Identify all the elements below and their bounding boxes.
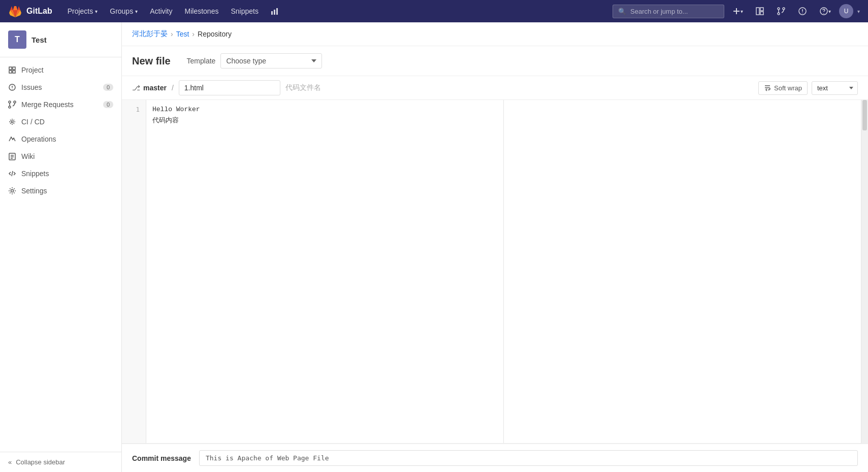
editor-area: 1 Hello Worker 代码内容 [122,100,868,444]
search-input[interactable] [630,8,719,15]
sidebar-item-issues[interactable]: Issues 0 [0,79,121,96]
svg-point-21 [11,190,14,192]
sidebar-nav: Project Issues 0 Merge Requests 0 CI / C… [0,57,121,452]
svg-rect-14 [13,71,15,73]
issues-icon [8,83,16,91]
line-number-1: 1 [122,104,146,115]
project-icon [8,66,16,74]
path-slash: / [172,84,174,92]
user-avatar[interactable]: U [839,4,853,18]
sidebar-item-settings[interactable]: Settings [0,182,121,199]
merge-icon [8,100,16,109]
collapse-icon: « [8,458,12,466]
page-title: New file [132,55,171,67]
topnav-snippets[interactable]: Snippets [226,4,263,18]
topnav-groups[interactable]: Groups ▾ [105,4,143,18]
type-select[interactable]: text html javascript css [812,81,858,95]
svg-point-17 [14,101,16,103]
branch-name: master [143,84,167,92]
svg-point-7 [783,8,785,10]
code-editor[interactable]: Hello Worker 代码内容 [146,100,247,130]
gitlab-logo-text: GitLab [26,7,52,16]
sidebar-item-wiki[interactable]: Wiki [0,148,121,165]
svg-point-19 [11,121,13,123]
topnav-right: 🔍 ▾ ▾ U ▾ [613,4,860,19]
sidebar-item-merge-requests[interactable]: Merge Requests 0 [0,96,121,113]
sidebar-footer: « Collapse sidebar [0,452,121,472]
svg-rect-1 [274,10,275,15]
preview-panel [504,100,861,443]
merge-requests-icon[interactable] [773,4,790,19]
editor-toolbar: ⎇ master / 代码文件名 Soft wrap text html jav… [122,76,868,100]
issues-icon[interactable] [794,4,811,19]
main-content: 河北彭于晏 › Test › Repository New file Templ… [122,22,868,472]
svg-point-16 [9,101,11,103]
svg-rect-13 [9,71,12,73]
breadcrumb-project[interactable]: Test [176,30,189,38]
template-section: Template Choose type Dockerfile Gemfile … [187,53,323,69]
sidebar-item-project[interactable]: Project [0,61,121,79]
svg-rect-12 [13,67,15,70]
snippets-icon [8,170,16,178]
sidebar-item-cicd[interactable]: CI / CD [0,113,121,130]
merge-requests-badge: 0 [103,101,113,108]
gitlab-logo-icon [8,4,22,18]
template-select[interactable]: Choose type Dockerfile Gemfile .gitignor… [220,53,322,69]
settings-icon [8,187,16,195]
svg-rect-5 [760,12,763,15]
svg-rect-3 [756,8,759,15]
avatar-dropdown[interactable]: ▾ [857,9,860,14]
toolbar-right: Soft wrap text html javascript css [758,81,858,95]
svg-rect-2 [276,8,278,15]
issues-badge: 0 [103,84,113,91]
search-icon: 🔍 [618,8,626,15]
sidebar-item-operations[interactable]: Operations [0,130,121,148]
scrollbar-track[interactable] [861,100,868,443]
topnav-milestones[interactable]: Milestones [180,4,224,18]
code-editor-wrapper: Hello Worker 代码内容 [146,100,503,443]
sidebar: T Test Project Issues 0 Merge Requests 0 [0,22,122,472]
breadcrumb: 河北彭于晏 › Test › Repository [122,22,868,46]
breadcrumb-sep-2: › [192,30,195,38]
layout-icon[interactable] [751,4,768,19]
svg-rect-0 [271,11,273,15]
topnav: GitLab Projects ▾ Groups ▾ Activity Mile… [0,0,868,22]
file-header: New file Template Choose type Dockerfile… [122,46,868,76]
chevron-down-icon: ▾ [135,9,138,14]
chevron-down-icon: ▾ [95,9,98,14]
help-icon[interactable]: ▾ [815,4,835,19]
commit-label: Commit message [132,454,191,462]
svg-point-6 [778,8,780,10]
template-label: Template [187,57,216,65]
wiki-icon [8,152,16,160]
topnav-stats[interactable] [266,4,284,18]
scrollbar-thumb [862,100,867,130]
svg-point-18 [9,106,11,108]
project-avatar: T [8,30,26,49]
svg-rect-4 [760,8,763,11]
line-numbers: 1 [122,100,146,443]
sidebar-project-header: T Test [0,22,121,57]
search-box[interactable]: 🔍 [613,5,724,18]
code-content: Hello Worker 代码内容 [146,100,861,443]
sidebar-item-snippets[interactable]: Snippets [0,165,121,182]
cicd-icon [8,118,16,126]
topnav-activity[interactable]: Activity [145,4,177,18]
breadcrumb-org[interactable]: 河北彭于晏 [132,29,168,39]
commit-section: Commit message [122,444,868,472]
project-name: Test [31,36,47,44]
svg-point-8 [778,13,780,15]
soft-wrap-button[interactable]: Soft wrap [758,81,808,95]
gitlab-logo[interactable]: GitLab [8,4,52,18]
wrap-icon [764,84,771,91]
branch-icon: ⎇ [132,84,140,92]
breadcrumb-sep-1: › [171,30,173,38]
filename-input[interactable] [179,80,280,95]
commit-input[interactable] [199,450,858,466]
collapse-sidebar-button[interactable]: « Collapse sidebar [8,458,113,466]
filename-placeholder: 代码文件名 [285,83,321,92]
branch-section: ⎇ master / 代码文件名 [132,80,321,95]
topnav-links: Projects ▾ Groups ▾ Activity Milestones … [62,4,613,18]
add-button[interactable]: ▾ [728,4,747,18]
topnav-projects[interactable]: Projects ▾ [62,4,103,18]
